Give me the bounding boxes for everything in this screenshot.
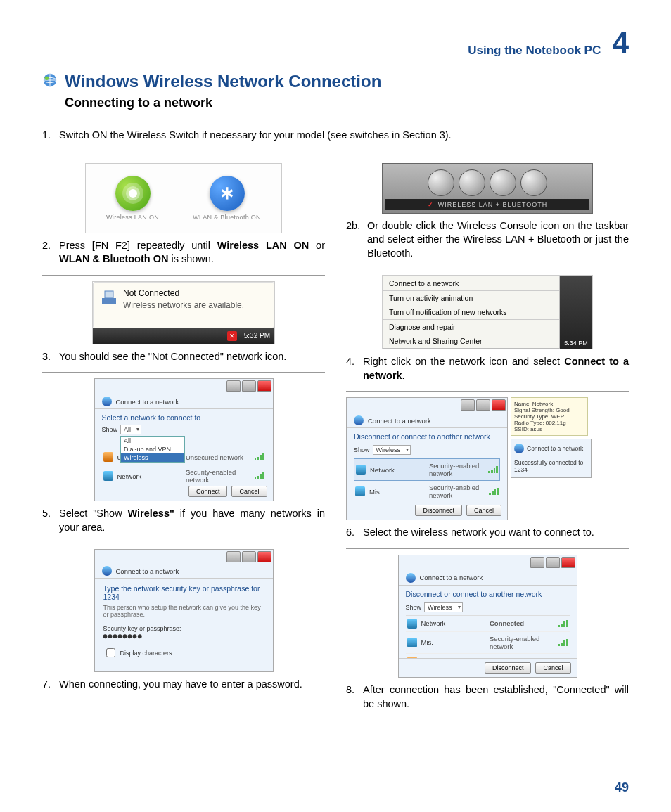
section-subtitle: Connecting to a network: [65, 96, 629, 110]
maximize-button[interactable]: [546, 557, 560, 568]
bluetooth-on-icon: ∗: [210, 176, 245, 211]
select-network-dialog: Connect to a network Disconnect or conne…: [346, 397, 508, 520]
show-filter-select[interactable]: Wireless: [424, 602, 463, 612]
console-wifi-bt-button[interactable]: [428, 169, 454, 196]
maximize-button[interactable]: [476, 399, 490, 411]
cancel-button[interactable]: Cancel: [466, 505, 501, 516]
tray-clock: 5:34 PM: [564, 340, 588, 347]
security-key-dialog: Connect to a network Type the network se…: [94, 549, 274, 672]
minimize-button[interactable]: [461, 399, 475, 411]
back-icon[interactable]: [406, 573, 416, 583]
signal-bars-icon: [489, 488, 499, 495]
signal-bars-icon: [255, 453, 264, 460]
cancel-button[interactable]: Cancel: [231, 486, 267, 497]
signal-bars-icon: [558, 639, 568, 646]
step-4: 4. Right click on the network icon and s…: [346, 355, 629, 382]
ctx-notification[interactable]: Turn off notification of new networks: [383, 305, 559, 319]
ctx-animation[interactable]: Turn on activity animation: [383, 290, 559, 305]
success-dialog: Connect to a network Successfully connec…: [511, 439, 592, 478]
network-icon: [407, 638, 417, 647]
back-icon[interactable]: [102, 397, 112, 406]
select-network-dialog: Connect to a network Select a network to…: [94, 378, 274, 501]
show-filter-select[interactable]: Wireless: [373, 445, 411, 455]
signal-bars-icon: [255, 472, 264, 479]
password-input[interactable]: ●●●●●●●●: [103, 632, 188, 640]
step-2b: 2b. Or double click the Wireless Console…: [346, 219, 629, 261]
network-icon: [356, 465, 366, 475]
close-button[interactable]: [257, 380, 271, 392]
ctx-connect[interactable]: Connect to a network: [383, 276, 559, 290]
signal-bars-icon: [488, 466, 498, 473]
svg-rect-3: [102, 298, 116, 304]
network-row[interactable]: Mis. Security-enabled network: [354, 481, 500, 501]
step-1: 1. Switch ON the Wireless Switch if nece…: [42, 129, 629, 143]
cancel-button[interactable]: Cancel: [535, 662, 570, 674]
tray-clock: 5:32 PM: [244, 332, 270, 340]
show-filter-select[interactable]: All: [120, 425, 141, 434]
tooltip-title: Not Connected: [123, 288, 244, 298]
close-button[interactable]: [492, 399, 506, 411]
step-3: 3. You should see the "Not Connected" ne…: [42, 350, 325, 364]
console-bluetooth-button[interactable]: [490, 169, 516, 196]
maximize-button[interactable]: [242, 380, 256, 392]
network-row[interactable]: Network Security-enabled network: [354, 458, 500, 481]
network-icon: [101, 288, 117, 305]
console-off-button[interactable]: [520, 169, 547, 196]
page-number: 49: [615, 780, 629, 795]
connect-button[interactable]: Connect: [188, 486, 228, 497]
close-button[interactable]: [561, 557, 575, 568]
svg-point-2: [45, 77, 49, 81]
ctx-diagnose[interactable]: Diagnose and repair: [383, 319, 559, 334]
back-icon: [514, 444, 524, 453]
minimize-button[interactable]: [226, 551, 241, 562]
connected-dialog: Connect to a network Disconnect or conne…: [398, 555, 577, 678]
back-icon[interactable]: [354, 415, 364, 425]
maximize-button[interactable]: [242, 551, 256, 562]
section-title: Windows Wireless Network Connection: [65, 72, 381, 91]
network-tooltip: Name: Network Signal Strength: Good Secu…: [511, 397, 588, 436]
filter-dropdown: All Dial-up and VPN Wireless: [120, 436, 185, 463]
svg-rect-4: [105, 291, 113, 298]
ctx-sharing-center[interactable]: Network and Sharing Center: [383, 334, 559, 348]
chapter-number: 4: [613, 28, 629, 58]
step-8: 8. After connection has been established…: [346, 683, 629, 711]
minimize-button[interactable]: [530, 557, 544, 568]
disconnect-button[interactable]: Disconnect: [415, 505, 462, 516]
step-2: 2. Press [FN F2] repeatedly until Wirele…: [42, 239, 325, 266]
globe-icon: [42, 72, 58, 91]
step-7: 7. When connecting, you may have to ente…: [42, 678, 325, 692]
wireless-console-image: WIRELESS LAN + BLUETOOTH: [382, 163, 593, 214]
step-6: 6. Select the wireless network you want …: [346, 526, 629, 540]
tooltip-body: Wireless networks are available.: [123, 300, 244, 310]
back-icon[interactable]: [102, 566, 112, 576]
signal-bars-icon: [558, 620, 568, 627]
wifi-on-icon: [115, 176, 151, 211]
network-row[interactable]: Network Security-enabled network: [102, 465, 266, 482]
header-title: Using the Notebook PC: [468, 44, 601, 58]
network-icon: [355, 486, 365, 496]
network-row[interactable]: Mis. Security-enabled network: [406, 632, 570, 654]
not-connected-screenshot: Not Connected Wireless networks are avai…: [92, 281, 275, 344]
network-icon: [103, 471, 113, 481]
network-context-menu-screenshot: Connect to a network Turn on activity an…: [382, 275, 593, 349]
osd-indicator-image: Wireless LAN ON ∗ WLAN & Bluetooth ON: [85, 163, 282, 233]
display-chars-checkbox[interactable]: [106, 648, 115, 657]
tray-network-icon[interactable]: ✕: [227, 331, 237, 341]
console-wifi-button[interactable]: [459, 169, 485, 196]
network-row[interactable]: Network Connected: [406, 616, 570, 632]
disconnect-button[interactable]: Disconnect: [485, 662, 532, 674]
page-header: Using the Notebook PC 4: [42, 28, 629, 58]
minimize-button[interactable]: [226, 380, 241, 392]
close-button[interactable]: [257, 551, 271, 562]
network-icon: [407, 619, 417, 629]
network-icon: [103, 452, 113, 462]
step-5: 5. Select "Show Wireless" if you have ma…: [42, 507, 325, 534]
